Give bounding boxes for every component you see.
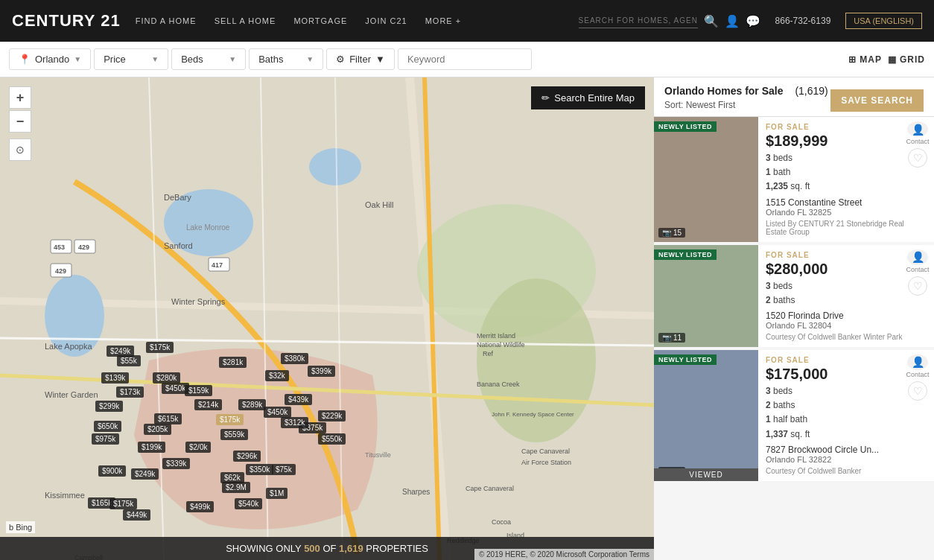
price-marker[interactable]: $205k	[144, 424, 171, 435]
price-marker[interactable]: $159k	[185, 385, 212, 396]
pencil-icon: ✏	[541, 92, 550, 104]
price-marker[interactable]: $299k	[95, 401, 123, 412]
price-marker[interactable]: $900k	[98, 465, 126, 477]
map-copyright: © 2019 HERE, © 2020 Microsoft Corporatio…	[474, 549, 654, 560]
nav-search: 🔍 👤 💬	[579, 13, 760, 28]
price-marker[interactable]: $1M	[266, 488, 287, 499]
photo-count-value: 15	[673, 229, 682, 237]
price-marker[interactable]: $399k	[308, 366, 335, 377]
price-marker[interactable]: $296k	[233, 451, 261, 462]
listing-image[interactable]: NEWLY LISTED 📷 11 VIEWED	[654, 350, 758, 481]
price-marker[interactable]: $55k	[117, 355, 141, 366]
price-marker[interactable]: $2/0k	[185, 442, 211, 453]
baths-filter[interactable]: Baths ▼	[249, 48, 323, 70]
price-marker[interactable]: $249k	[131, 468, 159, 480]
grid-view-button[interactable]: ▦ GRID	[888, 54, 925, 65]
zoom-in-button[interactable]: +	[9, 86, 31, 109]
nav-search-input[interactable]	[579, 13, 698, 28]
map-area: DeBary Lake Monroe Sanford Winter Spring…	[0, 77, 654, 560]
contact-label: Contact	[906, 138, 929, 145]
svg-text:Merritt Island: Merritt Island	[477, 332, 515, 340]
listing-badge: NEWLY LISTED	[654, 354, 717, 365]
price-marker[interactable]: $615k	[154, 413, 182, 424]
price-chevron: ▼	[151, 55, 159, 63]
listing-address: 7827 Brockwood Circle Un...	[766, 445, 927, 455]
contact-button[interactable]: 👤 Contact	[906, 249, 930, 273]
zoom-out-button[interactable]: −	[9, 110, 31, 133]
svg-text:DeBary: DeBary	[164, 193, 191, 202]
listing-actions: 👤 Contact ♡	[906, 121, 930, 168]
listing-beds: 3 beds	[766, 384, 927, 398]
search-entire-map-button[interactable]: ✏ Search Entire Map	[531, 86, 645, 109]
price-marker[interactable]: $439k	[285, 394, 312, 405]
price-marker[interactable]: $175k	[216, 414, 244, 425]
price-marker[interactable]: $350k	[246, 464, 273, 475]
price-marker[interactable]: $312k	[281, 417, 308, 428]
nav-mortgage[interactable]: MORTGAGE	[293, 16, 347, 25]
contact-button[interactable]: 👤 Contact	[906, 121, 930, 145]
listing-status: FOR SALE	[766, 123, 927, 131]
svg-text:453: 453	[54, 244, 65, 251]
listing-image[interactable]: NEWLY LISTED 📷 15	[654, 117, 758, 242]
filter-btn[interactable]: ⚙ Filter ▼	[326, 48, 395, 70]
price-marker[interactable]: $175k	[109, 498, 137, 509]
contact-button[interactable]: 👤 Contact	[906, 354, 930, 378]
footer-suffix: PROPERTIES	[363, 543, 428, 554]
nav-find-home[interactable]: FIND A HOME	[136, 16, 197, 25]
nav-join[interactable]: JOIN C21	[365, 16, 407, 25]
price-marker[interactable]: $650k	[94, 421, 121, 432]
favorite-button[interactable]: ♡	[908, 148, 927, 168]
price-marker[interactable]: $173k	[116, 386, 144, 398]
map-view-label: MAP	[860, 54, 882, 65]
map-view-button[interactable]: ⊞ MAP	[848, 54, 882, 65]
search-icon[interactable]: 🔍	[704, 14, 719, 28]
listing-address: 1520 Florinda Drive	[766, 311, 927, 321]
price-marker[interactable]: $32k	[265, 370, 289, 381]
price-marker[interactable]: $139k	[101, 372, 129, 384]
filter-chevron: ▼	[375, 54, 385, 65]
price-marker[interactable]: $75k	[272, 464, 296, 475]
price-filter[interactable]: Price ▼	[94, 48, 168, 70]
listings-header: Orlando Homes for Sale (1,619) Sort: New…	[654, 77, 934, 117]
chat-icon[interactable]: 💬	[746, 14, 760, 28]
listing-info: FOR SALE $280,000 3 beds 2 baths 1520 Fl…	[758, 245, 934, 347]
listings-panel: Orlando Homes for Sale (1,619) Sort: New…	[654, 77, 934, 560]
beds-filter[interactable]: Beds ▼	[171, 48, 246, 70]
nav-sell-home[interactable]: SELL A HOME	[215, 16, 276, 25]
price-marker[interactable]: $550k	[318, 433, 346, 445]
view-toggle: ⊞ MAP ▦ GRID	[848, 54, 925, 65]
price-marker[interactable]: $540k	[235, 498, 262, 509]
price-marker[interactable]: $449k	[123, 509, 150, 521]
price-marker[interactable]: $559k	[220, 429, 248, 440]
listing-image[interactable]: NEWLY LISTED 📷 11	[654, 245, 758, 347]
price-marker[interactable]: $214k	[194, 399, 222, 410]
price-marker[interactable]: $380k	[281, 353, 308, 364]
price-marker[interactable]: $280k	[153, 372, 180, 384]
user-icon[interactable]: 👤	[725, 14, 740, 28]
save-search-button[interactable]: SAVE SEARCH	[830, 89, 924, 112]
price-marker[interactable]: $281k	[219, 357, 247, 368]
location-filter[interactable]: 📍 Orlando ▼	[9, 48, 91, 70]
listing-agent: Courtesy Of Coldwell Banker	[766, 467, 927, 475]
svg-point-7	[309, 148, 361, 185]
price-marker[interactable]: $2.9M	[222, 482, 250, 493]
price-marker[interactable]: $499k	[186, 501, 214, 512]
map-svg: DeBary Lake Monroe Sanford Winter Spring…	[0, 77, 654, 560]
svg-text:National Wildlife: National Wildlife	[477, 341, 525, 349]
price-marker[interactable]: $229k	[318, 410, 346, 421]
price-marker[interactable]: $175k	[146, 342, 174, 353]
listing-price: $280,000	[766, 261, 927, 278]
price-marker[interactable]: $199k	[138, 442, 165, 453]
price-marker[interactable]: $450k	[264, 407, 291, 418]
price-marker[interactable]: $975k	[92, 433, 119, 445]
nav-more[interactable]: MORE +	[425, 16, 461, 25]
language-button[interactable]: USA (ENGLISH)	[845, 13, 922, 29]
favorite-button[interactable]: ♡	[908, 276, 927, 296]
keyword-input[interactable]	[398, 48, 532, 70]
price-marker[interactable]: $289k	[238, 399, 266, 410]
map-grid-icon: ⊞	[848, 54, 857, 65]
price-marker[interactable]: $339k	[162, 458, 190, 469]
location-button[interactable]: ⊙	[9, 139, 31, 161]
logo: CENTURY 21	[12, 11, 121, 31]
favorite-button[interactable]: ♡	[908, 381, 927, 401]
